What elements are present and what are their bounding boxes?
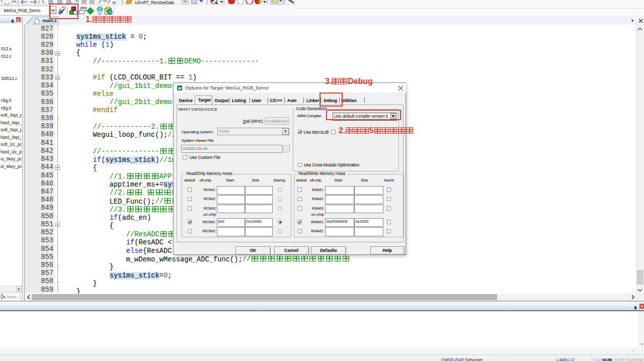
svg-text:USART_ReceiveData: USART_ReceiveData: [135, 0, 174, 5]
